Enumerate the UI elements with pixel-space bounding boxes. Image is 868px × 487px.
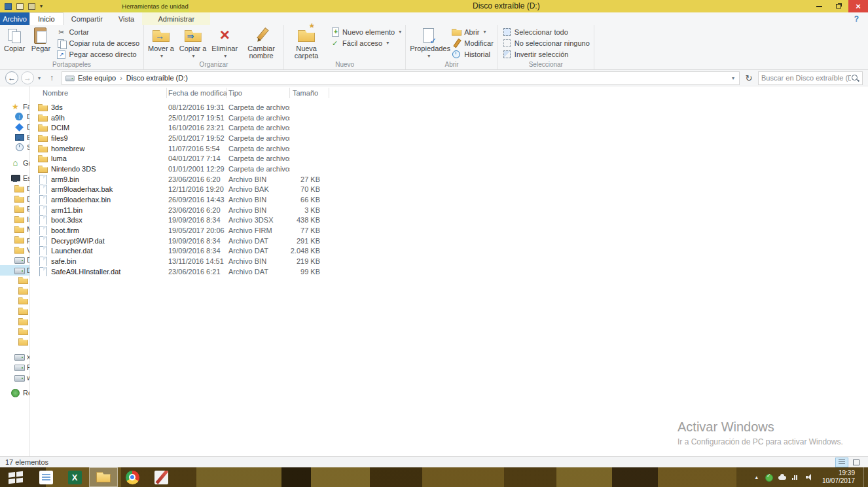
file-row-safe-bin[interactable]: safe.bin13/11/2016 14:51Archivo BIN219 K… <box>30 256 868 266</box>
tab-inicio[interactable]: Inicio <box>29 12 63 25</box>
cloud-icon[interactable] <box>778 473 787 482</box>
nav-item-folder-17[interactable] <box>0 285 29 296</box>
search-input[interactable] <box>761 74 851 82</box>
address-box[interactable]: Este equipo›Disco extraíble (D:) ▾ <box>62 71 740 85</box>
file-row-boot-firm[interactable]: boot.firm19/05/2017 20:06Archivo FIRM77 … <box>30 225 868 236</box>
tab-vista[interactable]: Vista <box>111 12 142 25</box>
file-row-safea9lhinstaller-dat[interactable]: SafeA9LHInstaller.dat23/06/2016 6:21Arch… <box>30 266 868 277</box>
column-header-fecha-de-modifica[interactable]: Fecha de modifica... <box>167 88 227 98</box>
nav-item-d[interactable]: D <box>0 112 29 122</box>
qat-button-1[interactable] <box>16 3 24 10</box>
ribbon-button-propiedades[interactable]: Propiedades▾ <box>408 26 448 60</box>
search-icon[interactable] <box>851 74 859 82</box>
file-row-arm9loaderhax-bak[interactable]: arm9loaderhax.bak12/11/2016 19:20Archivo… <box>30 185 868 195</box>
details-view-button[interactable] <box>835 458 848 467</box>
address-dropdown-icon[interactable]: ▾ <box>730 75 736 81</box>
file-row-arm9loaderhax-bin[interactable]: arm9loaderhax.bin26/09/2016 14:43Archivo… <box>30 194 868 205</box>
start-button[interactable] <box>0 467 31 487</box>
explorer-system-icon[interactable] <box>5 3 12 10</box>
ribbon-button-invertir-seleccion[interactable]: Invertir selección <box>500 48 592 60</box>
restore-button[interactable] <box>829 0 848 12</box>
hidden-icons-chevron[interactable]: ▴ <box>753 474 759 480</box>
tab-administrar[interactable]: Administrar <box>142 12 210 25</box>
qat-dropdown-icon[interactable]: ▾ <box>40 3 43 9</box>
column-header-tipo[interactable]: Tipo <box>227 88 290 98</box>
nav-item-in[interactable]: In <box>0 214 29 225</box>
nav-item-fav[interactable]: Fav <box>0 101 29 112</box>
ribbon-button-copiar-ruta-de-acceso[interactable]: Copiar ruta de acceso <box>54 37 141 48</box>
volume-icon[interactable] <box>805 473 815 482</box>
tab-compartir[interactable]: Compartir <box>63 12 111 25</box>
nav-item-si[interactable]: Si <box>0 142 29 153</box>
nav-item-w[interactable]: w <box>0 372 29 383</box>
nav-item-folder-22[interactable] <box>0 336 29 347</box>
help-icon[interactable]: ? <box>854 12 868 25</box>
nav-item-d[interactable]: D <box>0 194 29 204</box>
nav-item-folder-20[interactable] <box>0 316 29 327</box>
file-row-arm11-bin[interactable]: arm11.bin23/06/2016 6:20Archivo BIN3 KB <box>30 205 868 215</box>
file-row-files9[interactable]: files925/01/2017 19:52Carpeta de archivo… <box>30 133 868 143</box>
large-icons-view-button[interactable] <box>850 458 863 467</box>
back-button[interactable]: ← <box>5 71 18 84</box>
nav-item-folder-18[interactable] <box>0 296 29 306</box>
nav-item-gru[interactable]: Gru <box>0 158 29 168</box>
ribbon-button-pegar-acceso-directo[interactable]: Pegar acceso directo <box>54 48 141 60</box>
network-icon[interactable] <box>791 473 801 482</box>
ribbon-button-seleccionar-todo[interactable]: Seleccionar todo <box>500 26 592 37</box>
ribbon-button-eliminar[interactable]: Eliminar▾ <box>209 26 240 60</box>
nav-item-pe[interactable]: pe <box>0 234 29 245</box>
ribbon-button-historial[interactable]: Historial <box>450 48 496 60</box>
refresh-icon[interactable]: ↻ <box>742 71 755 84</box>
status-green-icon[interactable] <box>764 473 774 482</box>
breadcrumb-segment-disco-extraible-d[interactable]: Disco extraíble (D:) <box>126 74 188 82</box>
file-row-arm9-bin[interactable]: arm9.bin23/06/2016 6:20Archivo BIN27 KB <box>30 174 868 185</box>
nav-item-folder-19[interactable] <box>0 306 29 316</box>
show-desktop-button[interactable] <box>863 467 868 487</box>
nav-item-folder-16[interactable] <box>0 276 29 286</box>
ribbon-button-pegar[interactable]: Pegar <box>28 26 53 53</box>
file-row-decrypt9wip-dat[interactable]: Decrypt9WIP.dat19/09/2016 8:34Archivo DA… <box>30 236 868 246</box>
qat-button-2[interactable] <box>28 3 35 10</box>
column-header-nombre[interactable]: Nombre <box>30 88 167 98</box>
nav-item-v[interactable]: V <box>0 245 29 255</box>
ribbon-button-abrir[interactable]: Abrir▾ <box>450 26 496 37</box>
nav-item-p[interactable]: P <box>0 362 29 372</box>
nav-item-d[interactable]: D <box>0 122 29 132</box>
ribbon-button-copiar-a[interactable]: Copiar a▾ <box>177 26 209 60</box>
nav-item-este[interactable]: Este <box>0 173 29 184</box>
nav-item-d[interactable]: D <box>0 255 29 265</box>
file-row-boot-3dsx[interactable]: boot.3dsx19/09/2016 8:34Archivo 3DSX438 … <box>30 215 868 226</box>
taskbar-app-explorer[interactable] <box>89 467 118 487</box>
file-row-homebrew[interactable]: homebrew11/07/2016 5:54Carpeta de archiv… <box>30 143 868 154</box>
ribbon-button-cortar[interactable]: Cortar <box>54 26 141 37</box>
ribbon-button-cambiar-nombre[interactable]: Cambiar nombre <box>241 26 281 60</box>
nav-item-d[interactable]: D <box>0 183 29 194</box>
file-row-launcher-dat[interactable]: Launcher.dat19/09/2016 8:34Archivo DAT2.… <box>30 246 868 257</box>
minimize-button[interactable] <box>809 0 829 12</box>
nav-item-folder-21[interactable] <box>0 326 29 336</box>
nav-item-d[interactable]: D <box>0 265 29 276</box>
file-row-nintendo-3ds[interactable]: Nintendo 3DS01/01/2001 12:29Carpeta de a… <box>30 164 868 174</box>
taskbar-app-excel[interactable] <box>60 467 89 487</box>
ribbon-button-no-seleccionar-ninguno[interactable]: No seleccionar ninguno <box>500 37 592 48</box>
file-row-luma[interactable]: luma04/01/2017 7:14Carpeta de archivos <box>30 153 868 164</box>
taskbar-app-document[interactable] <box>31 467 60 487</box>
tab-archivo[interactable]: Archivo <box>0 12 29 25</box>
ribbon-button-nueva-carpeta[interactable]: Nueva carpeta <box>286 26 327 60</box>
close-button[interactable]: × <box>848 0 868 12</box>
file-row-dcim[interactable]: DCIM16/10/2016 23:21Carpeta de archivos <box>30 122 868 133</box>
ribbon-button-copiar[interactable]: Copiar <box>2 26 27 53</box>
ribbon-button-nuevo-elemento[interactable]: Nuevo elemento▾ <box>328 26 403 37</box>
nav-item-red[interactable]: Red <box>0 388 29 398</box>
nav-item-es[interactable]: Es <box>0 204 29 214</box>
column-header-tamano[interactable]: Tamaño <box>290 88 329 98</box>
ribbon-button-mover-a[interactable]: Mover a▾ <box>146 26 176 60</box>
forward-button[interactable]: → <box>21 71 34 84</box>
nav-item-es[interactable]: Es <box>0 132 29 143</box>
file-row-a9lh[interactable]: a9lh25/01/2017 19:51Carpeta de archivos <box>30 113 868 123</box>
file-row-3ds[interactable]: 3ds08/12/2016 19:31Carpeta de archivos <box>30 102 868 113</box>
up-button[interactable]: ↑ <box>45 71 59 84</box>
recent-locations-dropdown-icon[interactable]: ▾ <box>37 75 42 81</box>
breadcrumb-segment-este-equipo[interactable]: Este equipo <box>78 74 116 82</box>
taskbar-app-chrome[interactable] <box>118 467 147 487</box>
